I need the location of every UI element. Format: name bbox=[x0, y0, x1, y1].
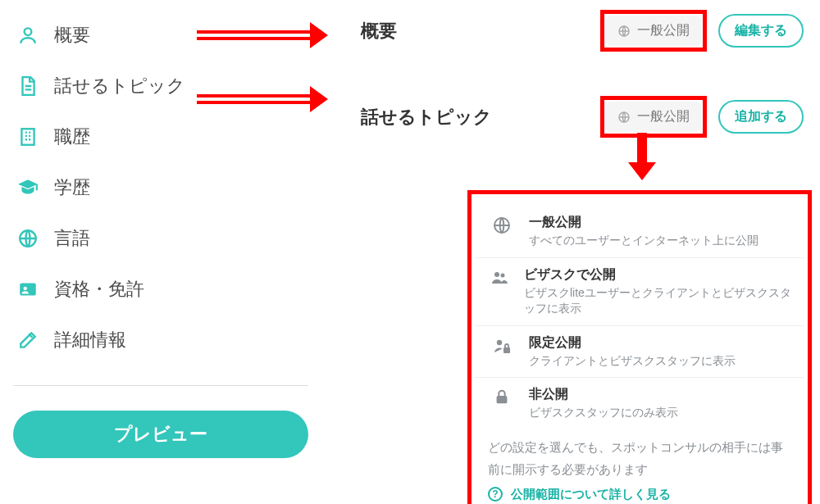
svg-point-9 bbox=[501, 273, 505, 277]
globe-icon bbox=[16, 227, 39, 250]
document-icon bbox=[16, 75, 39, 98]
sidebar-item-work-history[interactable]: 職歴 bbox=[13, 111, 341, 162]
lock-icon bbox=[488, 386, 516, 421]
annotation-arrow bbox=[197, 91, 328, 107]
option-title: 非公開 bbox=[529, 386, 678, 403]
edit-icon bbox=[16, 329, 39, 352]
add-button[interactable]: 追加する bbox=[718, 100, 804, 134]
preview-button-label: プレビュー bbox=[114, 422, 207, 447]
option-desc: クライアントとビザスクスタッフに表示 bbox=[529, 353, 736, 370]
svg-point-0 bbox=[25, 28, 32, 35]
visibility-option-limited[interactable]: 限定公開 クライアントとビザスクスタッフに表示 bbox=[475, 325, 804, 378]
svg-rect-11 bbox=[503, 347, 510, 353]
sidebar-item-language[interactable]: 言語 bbox=[13, 213, 341, 264]
sidebar: 概要 話せるトピック 職歴 学歴 言語 資格・免許 詳細情報 bbox=[13, 10, 341, 458]
help-icon: ? bbox=[488, 487, 503, 502]
visibility-option-private[interactable]: 非公開 ビザスクスタッフにのみ表示 bbox=[475, 377, 804, 429]
sidebar-item-qualifications[interactable]: 資格・免許 bbox=[13, 264, 341, 315]
sidebar-item-label: 職歴 bbox=[54, 125, 90, 149]
visibility-note: どの設定を選んでも、スポットコンサルの相手には事前に開示する必要があります bbox=[475, 429, 804, 482]
svg-rect-1 bbox=[21, 129, 34, 145]
sidebar-item-label: 学歴 bbox=[54, 175, 90, 200]
globe-icon bbox=[617, 111, 631, 124]
graduation-icon bbox=[16, 176, 39, 199]
svg-rect-12 bbox=[497, 396, 508, 403]
option-desc: すべてのユーザーとインターネット上に公開 bbox=[529, 233, 758, 249]
user-icon bbox=[16, 24, 39, 47]
visibility-option-public[interactable]: 一般公開 すべてのユーザーとインターネット上に公開 bbox=[475, 206, 804, 257]
sidebar-item-label: 詳細情報 bbox=[54, 328, 126, 352]
option-desc: ビザスクliteユーザーとクライアントとビザスクスタッフに表示 bbox=[524, 285, 791, 317]
globe-icon bbox=[488, 214, 516, 249]
id-card-icon bbox=[16, 278, 39, 301]
learn-more-label: 公開範囲について詳しく見る bbox=[511, 487, 671, 502]
content-area: 概要 一般公開 編集する 話せるトピック 一般公開 追加する bbox=[361, 10, 804, 182]
section-topics: 話せるトピック 一般公開 追加する bbox=[361, 96, 804, 138]
visibility-selector[interactable]: 一般公開 bbox=[606, 102, 701, 132]
visibility-option-visasq-public[interactable]: ビザスクで公開 ビザスクliteユーザーとクライアントとビザスクスタッフに表示 bbox=[475, 257, 804, 325]
option-desc: ビザスクスタッフにのみ表示 bbox=[529, 405, 678, 421]
sidebar-item-label: 概要 bbox=[54, 23, 90, 48]
svg-point-8 bbox=[494, 272, 499, 277]
sidebar-item-details[interactable]: 詳細情報 bbox=[13, 315, 341, 366]
option-title: 一般公開 bbox=[529, 214, 758, 231]
section-overview: 概要 一般公開 編集する bbox=[361, 10, 804, 52]
preview-button[interactable]: プレビュー bbox=[13, 411, 308, 458]
people-icon bbox=[488, 266, 511, 317]
option-title: ビザスクで公開 bbox=[524, 266, 791, 284]
edit-button[interactable]: 編集する bbox=[718, 14, 804, 48]
sidebar-item-label: 言語 bbox=[54, 226, 90, 251]
annotation-highlight: 一般公開 bbox=[600, 96, 707, 138]
section-title: 概要 bbox=[361, 19, 589, 43]
annotation-arrow bbox=[197, 27, 328, 43]
visibility-label: 一般公開 bbox=[637, 108, 690, 125]
section-title: 話せるトピック bbox=[361, 105, 589, 129]
divider bbox=[13, 385, 308, 386]
visibility-options-dropdown: 一般公開 すべてのユーザーとインターネット上に公開 ビザスクで公開 ビザスクli… bbox=[467, 190, 812, 504]
building-icon bbox=[16, 125, 39, 148]
annotation-highlight: 一般公開 bbox=[600, 10, 707, 52]
option-title: 限定公開 bbox=[529, 334, 736, 352]
visibility-label: 一般公開 bbox=[637, 22, 690, 39]
svg-point-10 bbox=[497, 340, 502, 345]
add-button-label: 追加する bbox=[735, 109, 787, 123]
annotation-arrow bbox=[631, 133, 653, 180]
sidebar-item-education[interactable]: 学歴 bbox=[13, 162, 341, 213]
edit-button-label: 編集する bbox=[735, 23, 787, 37]
globe-icon bbox=[617, 25, 631, 38]
sidebar-item-label: 資格・免許 bbox=[54, 277, 144, 302]
svg-point-4 bbox=[24, 287, 27, 290]
visibility-selector[interactable]: 一般公開 bbox=[606, 16, 701, 46]
person-lock-icon bbox=[488, 334, 516, 370]
sidebar-item-label: 話せるトピック bbox=[54, 74, 185, 98]
learn-more-link[interactable]: ? 公開範囲について詳しく見る bbox=[475, 482, 804, 502]
